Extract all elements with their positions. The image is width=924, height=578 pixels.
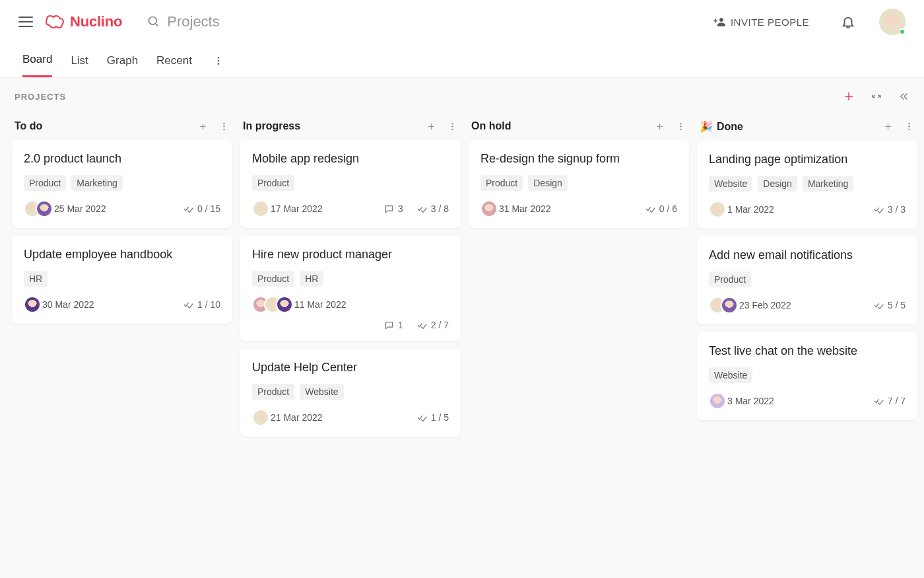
tag: Product	[252, 175, 294, 191]
add-person-icon	[713, 16, 725, 28]
card-avatars	[252, 200, 264, 217]
checklist-icon	[873, 396, 884, 406]
card-avatars	[24, 296, 36, 313]
svg-point-2	[218, 57, 220, 59]
add-card-button[interactable]	[425, 120, 437, 132]
card-date: 21 Mar 2022	[271, 412, 323, 423]
card-date: 1 Mar 2022	[727, 204, 774, 215]
tag: Product	[252, 384, 294, 400]
card-meta: 0 / 15	[183, 203, 220, 214]
card-meta: 12 / 7	[252, 320, 449, 330]
card-meta: 5 / 5	[873, 300, 906, 310]
card-title: Mobile app redesign	[252, 152, 449, 166]
card-footer: 11 Mar 2022	[252, 296, 449, 313]
card-tags: ProductMarketing	[24, 175, 220, 191]
card[interactable]: Add new email notificationsProduct23 Feb…	[697, 236, 917, 324]
tag: Website	[300, 384, 343, 400]
checklist-icon	[645, 203, 655, 214]
tag: Product	[480, 175, 523, 191]
svg-point-20	[680, 126, 682, 127]
avatar	[709, 392, 726, 410]
add-card-button[interactable]	[882, 121, 894, 133]
column-menu-button[interactable]	[903, 121, 915, 133]
card[interactable]: 2.0 product launchProductMarketing25 Mar…	[12, 140, 232, 228]
card-tags: ProductDesign	[480, 175, 677, 191]
tag: HR	[300, 271, 323, 287]
card-avatars	[252, 296, 288, 313]
column-title: To do	[15, 120, 42, 132]
avatar	[276, 296, 293, 313]
tag: Marketing	[71, 175, 122, 191]
comments-count: 1	[384, 320, 403, 330]
svg-point-4	[218, 63, 220, 65]
svg-point-15	[451, 126, 453, 127]
tab-more-button[interactable]	[211, 55, 226, 66]
tag: Product	[709, 271, 751, 287]
checklist-icon	[873, 204, 884, 215]
column-done: 🎉DoneLanding page optimizationWebsiteDes…	[697, 116, 917, 428]
card-avatars	[709, 392, 721, 410]
card-tags: WebsiteDesignMarketing	[709, 176, 906, 192]
card-footer: 21 Mar 20221 / 5	[252, 409, 449, 426]
notifications-button[interactable]	[841, 15, 855, 29]
card-avatars	[709, 201, 721, 218]
column-menu-button[interactable]	[218, 120, 230, 132]
card-footer: 23 Feb 20225 / 5	[709, 297, 906, 314]
card-footer: 30 Mar 20221 / 10	[24, 296, 220, 313]
plus-icon	[883, 122, 893, 131]
card[interactable]: Hire new product managerProductHR11 Mar …	[240, 236, 461, 341]
tab-list[interactable]: List	[71, 44, 88, 77]
tasks-count: 3 / 8	[416, 203, 449, 214]
card[interactable]: Test live chat on the websiteWebsite3 Ma…	[697, 332, 917, 420]
svg-point-25	[908, 126, 910, 127]
search[interactable]: Projects	[147, 13, 219, 30]
menu-button[interactable]	[18, 15, 33, 29]
brain-icon	[45, 14, 65, 30]
card[interactable]: Landing page optimizationWebsiteDesignMa…	[697, 141, 917, 229]
svg-point-11	[223, 128, 225, 130]
avatar	[24, 296, 41, 313]
column-in-progress: In progressMobile app redesignProduct17 …	[240, 116, 461, 445]
tasks-count: 3 / 3	[873, 204, 906, 215]
card-title: Update Help Center	[252, 361, 449, 375]
card-avatars	[252, 409, 264, 426]
tab-board[interactable]: Board	[22, 44, 52, 77]
invite-people-button[interactable]: INVITE PEOPLE	[713, 16, 809, 28]
card[interactable]: Update Help CenterProductWebsite21 Mar 2…	[240, 349, 461, 437]
card-meta: 3 / 3	[873, 204, 906, 215]
logo[interactable]: Nuclino	[45, 13, 122, 30]
card[interactable]: Mobile app redesignProduct17 Mar 202233 …	[240, 140, 461, 228]
avatar	[36, 200, 53, 217]
breadcrumb: PROJECTS	[15, 92, 66, 102]
card[interactable]: Re-design the signup formProductDesign31…	[469, 140, 689, 228]
tag: Design	[758, 176, 797, 192]
column-actions	[197, 120, 230, 132]
avatar	[721, 297, 738, 314]
logo-text: Nuclino	[70, 13, 122, 30]
plus-icon	[843, 90, 855, 102]
tab-recent[interactable]: Recent	[156, 44, 192, 77]
tab-graph[interactable]: Graph	[107, 44, 138, 77]
card-avatars	[709, 297, 733, 314]
plus-icon	[426, 122, 436, 131]
tag: Product	[252, 271, 294, 287]
hide-panel-button[interactable]	[898, 90, 911, 103]
comment-icon	[384, 320, 394, 330]
column-header: On hold	[469, 116, 689, 140]
card[interactable]: Update employee handbookHR30 Mar 20221 /…	[12, 236, 232, 324]
tasks-count: 1 / 5	[416, 412, 449, 423]
tasks-count: 2 / 7	[416, 320, 449, 330]
plus-icon	[198, 122, 208, 131]
svg-point-26	[908, 129, 910, 131]
add-item-button[interactable]	[842, 90, 855, 103]
add-card-button[interactable]	[197, 120, 209, 132]
card-date: 25 Mar 2022	[54, 203, 106, 214]
column-menu-button[interactable]	[446, 120, 458, 132]
column-header: To do	[12, 116, 232, 140]
card-meta: 0 / 6	[645, 203, 677, 214]
collapse-button[interactable]	[870, 90, 883, 103]
add-card-button[interactable]	[653, 120, 665, 132]
user-avatar[interactable]	[879, 9, 906, 35]
tasks-count: 0 / 15	[183, 203, 220, 214]
column-menu-button[interactable]	[675, 120, 686, 132]
